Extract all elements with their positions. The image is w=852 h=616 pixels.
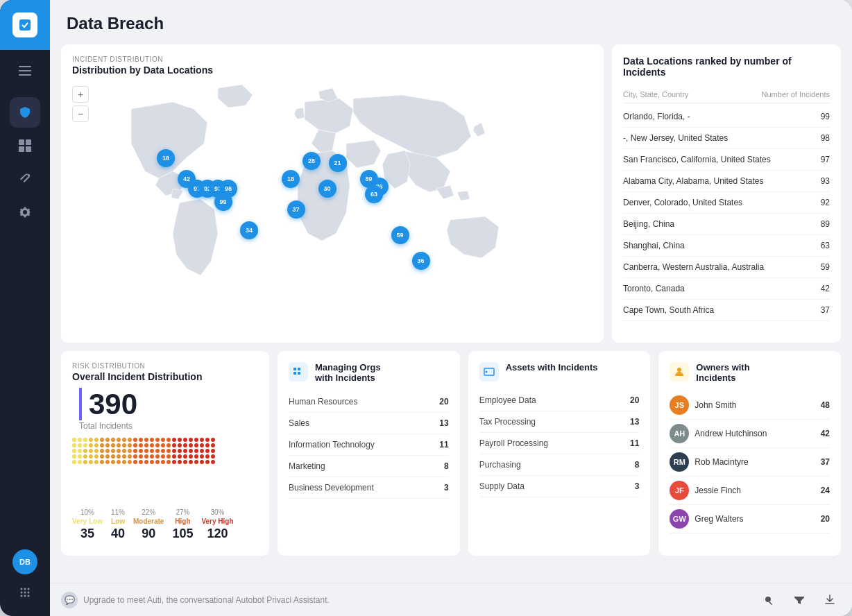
map-pin[interactable]: 18 — [157, 149, 175, 167]
svg-rect-19 — [298, 368, 300, 370]
org-row: Human Resources20 — [289, 391, 449, 413]
risk-level-item: 27% High 105 — [172, 508, 193, 541]
risk-level-item: 11% Low 40 — [111, 508, 125, 541]
owner-row: RM Rob Macintyre 37 — [670, 448, 830, 477]
data-location-row: Alabama City, Alabama, United States93 — [623, 171, 830, 192]
org-row: Information Technology11 — [289, 434, 449, 456]
sidebar-bottom: DB — [12, 549, 37, 616]
asset-row: Supply Data3 — [479, 476, 640, 497]
map-pin[interactable]: 36 — [412, 252, 430, 270]
asset-row: Payroll Processing11 — [479, 433, 640, 454]
svg-point-11 — [21, 592, 23, 594]
filter-button[interactable] — [788, 589, 810, 611]
map-pin[interactable]: 63 — [365, 185, 383, 203]
risk-title: Overall Incident Distribution — [72, 371, 258, 382]
risk-level-item: 22% Moderate 90 — [133, 508, 164, 541]
data-location-row: Cape Town, South Africa37 — [623, 300, 830, 321]
apps-menu[interactable] — [12, 580, 37, 605]
svg-rect-6 — [19, 146, 24, 152]
total-label: Total Incidents — [79, 421, 137, 431]
sidebar-nav — [10, 97, 40, 549]
risk-legend: 10% Very Low 35 11% Low 40 22% Moderate … — [72, 508, 258, 541]
owner-avatar: JS — [670, 395, 689, 415]
data-locations-title: Data Locations ranked by number of Incid… — [623, 55, 830, 78]
orgs-rows: Human Resources20Sales13Information Tech… — [289, 391, 449, 499]
svg-rect-4 — [19, 139, 24, 145]
sidebar-item-shield[interactable] — [10, 97, 40, 128]
orgs-subtitle: with Incidents — [315, 373, 381, 383]
svg-point-10 — [28, 588, 30, 590]
orgs-title: Managing Orgs — [315, 362, 381, 373]
org-row: Sales13 — [289, 413, 449, 434]
chat-icon: 💬 — [61, 592, 78, 608]
assets-rows: Employee Data20Tax Processing13Payroll P… — [479, 390, 640, 497]
data-location-row: Beijing, China89 — [623, 214, 830, 235]
assets-card: Assets with Incidents Employee Data20Tax… — [468, 351, 651, 556]
data-locations-header: City, State, Country Number of Incidents — [623, 86, 830, 103]
bottom-actions — [758, 589, 841, 611]
owners-subtitle: Incidents — [696, 373, 749, 383]
svg-rect-17 — [293, 368, 296, 370]
owners-header: Owners with Incidents — [670, 362, 830, 383]
data-location-row: Shanghai, China63 — [623, 235, 830, 257]
map-pin[interactable]: 59 — [391, 226, 409, 244]
total-count: 390 — [79, 388, 137, 420]
map-pin[interactable]: 18 — [282, 170, 300, 188]
owners-rows: JS John Smith 48 AH Andrew Hutchinson 42… — [670, 391, 830, 533]
svg-rect-5 — [26, 139, 31, 145]
risk-card: Risk Distribution Overall Incident Distr… — [61, 351, 269, 556]
total-incidents: 390 Total Incidents — [72, 388, 258, 431]
owners-icon — [670, 362, 689, 382]
map-card: Incident Distribution Distribution by Da… — [61, 44, 604, 343]
chat-hint-text: Upgrade to meet Auti, the conversational… — [83, 595, 330, 605]
sidebar-item-settings[interactable] — [10, 197, 40, 228]
svg-point-15 — [24, 595, 26, 597]
map-card-label: Incident Distribution — [72, 55, 593, 63]
svg-point-23 — [677, 368, 681, 372]
owner-avatar: JF — [670, 481, 689, 500]
page-title: Data Breach — [67, 14, 835, 33]
menu-toggle[interactable] — [0, 55, 50, 86]
svg-rect-7 — [26, 146, 31, 152]
svg-point-12 — [24, 592, 26, 594]
dot-grid — [72, 438, 258, 500]
sidebar-item-dashboard[interactable] — [10, 130, 40, 161]
map-pin[interactable]: 21 — [329, 154, 347, 172]
sidebar: DB — [0, 0, 50, 616]
asset-row: Purchasing8 — [479, 454, 640, 476]
owner-row: JS John Smith 48 — [670, 391, 830, 420]
content-area: Incident Distribution Distribution by Da… — [50, 44, 852, 583]
owner-row: AH Andrew Hutchinson 42 — [670, 420, 830, 448]
logo-icon — [12, 12, 37, 37]
map-pin[interactable]: 28 — [303, 152, 321, 170]
map-card-title: Distribution by Data Locations — [72, 65, 593, 76]
map-pin[interactable]: 34 — [240, 221, 258, 239]
map-pin[interactable]: 37 — [287, 200, 305, 219]
world-map: 184297929398993418282130378926635936 — [72, 81, 593, 338]
owner-avatar: GW — [670, 509, 689, 529]
asset-row: Tax Processing13 — [479, 411, 640, 433]
map-pin[interactable]: 30 — [318, 180, 336, 198]
user-avatar[interactable]: DB — [12, 549, 37, 574]
asset-row: Employee Data20 — [479, 390, 640, 411]
sidebar-item-tools[interactable] — [10, 164, 40, 194]
bottom-bar: 💬 Upgrade to meet Auti, the conversation… — [50, 583, 852, 616]
chat-hint: 💬 Upgrade to meet Auti, the conversation… — [61, 592, 330, 608]
svg-rect-1 — [19, 66, 31, 67]
search-button[interactable] — [758, 589, 780, 611]
org-row: Business Development3 — [289, 477, 449, 499]
logo[interactable] — [0, 0, 50, 50]
data-location-row: Orlando, Florida, -99 — [623, 106, 830, 128]
svg-point-22 — [485, 371, 487, 373]
data-location-row: -, New Jersey, United States98 — [623, 128, 830, 149]
map-pin[interactable]: 99 — [214, 193, 232, 211]
data-location-row: Denver, Colorado, United States92 — [623, 192, 830, 214]
org-row: Marketing8 — [289, 456, 449, 477]
page-header: Data Breach — [50, 0, 852, 44]
assets-icon — [479, 362, 499, 382]
svg-point-13 — [28, 592, 30, 594]
orgs-card: Managing Orgs with Incidents Human Resou… — [278, 351, 460, 556]
svg-point-9 — [24, 588, 26, 590]
export-button[interactable] — [819, 589, 841, 611]
risk-label: Risk Distribution — [72, 362, 258, 370]
